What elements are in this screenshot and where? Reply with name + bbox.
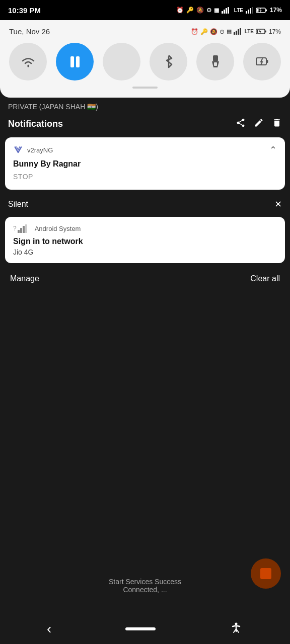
mute-icon: 🔕 [196,7,204,14]
svg-rect-3 [228,7,229,14]
bg-app-text: PRIVATE (JAPAN SHAH 🇮🇳) [0,98,290,113]
quick-settings-panel: Tue, Nov 26 ⏰ 🔑 🔕 ⊙ ▦ LTE 17% [0,20,290,98]
notifications-title: Notifications [8,119,63,129]
bg-line1: Start Services Success [10,578,280,586]
hotspot-icon: ⊙ [206,7,211,14]
svg-rect-2 [226,8,227,14]
qs-key-icon: 🔑 [200,28,208,35]
bluetooth-toggle[interactable] [150,43,187,80]
bluetooth-icon [164,54,174,69]
svg-rect-25 [18,230,20,233]
lte-signal-icon [246,7,254,14]
notifications-action-icons [236,118,282,130]
v2rayng-notif-title: Bunny By Ragnar [13,159,277,169]
navigation-bar: ‹ [0,614,290,644]
accessibility-icon [229,621,243,635]
svg-rect-9 [265,9,267,11]
silent-section-header: Silent ✕ [0,193,290,214]
wifi-toggle[interactable] [9,43,47,80]
edit-icon[interactable] [254,118,264,130]
android-system-icon: ? [13,224,29,233]
key-icon: 🔑 [186,7,194,14]
notifications-area: PRIVATE (JAPAN SHAH 🇮🇳) Notifications [0,98,290,291]
qs-network2-icon: ▦ [227,28,232,35]
bg-app-bottom-content: Start Services Success Connected, ... [0,578,290,594]
battery-saver-toggle[interactable] [243,43,281,80]
android-system-app-name: Android System [35,225,81,232]
notifications-header: Notifications [0,113,290,134]
svg-rect-26 [20,228,22,233]
home-indicator[interactable] [125,627,156,630]
lte-icon: LTE [234,8,243,13]
bg-app-label: PRIVATE (JAPAN SHAH 🇮🇳) [8,103,98,111]
v2rayng-stop-button[interactable]: STOP [13,171,33,183]
v2rayng-app-icon [13,145,23,155]
clear-all-button[interactable]: Clear all [250,274,280,283]
share-icon[interactable] [236,118,246,130]
moon-icon [115,55,128,69]
svg-rect-19 [76,56,80,67]
stop-fab-icon [260,568,271,579]
svg-rect-11 [234,32,235,35]
back-button[interactable]: ‹ [47,621,51,637]
qs-lte-text: LTE [245,29,254,34]
qs-hotspot-icon: ⊙ [220,28,225,35]
qs-alarm-icon: ⏰ [191,28,198,35]
qs-drag-handle[interactable] [132,87,158,89]
qs-status-icons-row: ⏰ 🔑 🔕 ⊙ ▦ LTE 17% [191,28,281,35]
android-system-notification[interactable]: ? Android System Sign in to network Jio … [5,217,285,263]
svg-point-29 [235,622,237,625]
status-time: 10:39 PM [8,6,41,15]
qs-mute-icon: 🔕 [210,28,218,35]
stop-fab-button[interactable] [251,558,281,589]
flashlight-toggle[interactable] [196,43,234,80]
android-system-notif-title: Sign in to network [13,237,277,246]
v2rayng-app-row: v2rayNG [13,145,53,155]
pause-icon [68,54,82,69]
svg-rect-1 [224,10,225,14]
svg-rect-5 [248,10,249,14]
svg-rect-27 [23,226,25,233]
android-system-app-row: ? Android System [13,224,277,233]
qs-battery-icon [256,28,267,35]
v2rayng-card-header: v2rayNG ⌃ [13,144,277,155]
accessibility-button[interactable] [229,621,243,637]
svg-rect-13 [238,29,239,35]
svg-rect-14 [240,28,241,35]
qs-battery-percent: 17% [269,28,281,35]
signal-bars-icon [222,7,232,14]
svg-rect-12 [236,31,237,35]
svg-rect-4 [246,11,247,14]
svg-rect-18 [70,56,74,67]
svg-rect-6 [250,8,251,14]
pause-toggle[interactable] [56,43,94,80]
svg-rect-0 [222,11,223,14]
svg-rect-17 [256,30,258,33]
svg-rect-10 [257,9,258,12]
battery-saver-icon [256,55,269,68]
v2rayng-notification[interactable]: v2rayNG ⌃ Bunny By Ragnar STOP [5,137,285,190]
flashlight-icon [209,54,222,69]
silent-close-button[interactable]: ✕ [274,199,282,210]
svg-rect-7 [252,7,253,14]
battery-icon [256,7,267,14]
svg-rect-28 [25,224,27,233]
v2rayng-expand-icon[interactable]: ⌃ [269,144,277,155]
v2rayng-app-name: v2rayNG [27,146,53,154]
svg-rect-16 [265,31,266,33]
dnd-toggle[interactable] [103,43,140,80]
qs-signal-icon [234,28,243,35]
silent-label: Silent [8,200,28,209]
delete-icon[interactable] [272,118,282,130]
qs-top-row: Tue, Nov 26 ⏰ 🔑 🔕 ⊙ ▦ LTE 17% [9,27,281,36]
battery-percent: 17% [270,7,282,14]
status-icons: ⏰ 🔑 🔕 ⊙ ▦ LTE 17% [176,7,282,14]
bg-line2: Connected, ... [10,586,280,594]
manage-button[interactable]: Manage [10,274,39,283]
status-bar: 10:39 PM ⏰ 🔑 🔕 ⊙ ▦ LTE 17% [0,0,290,20]
signal-bars-icon [18,224,29,233]
svg-rect-24 [266,60,268,63]
qs-toggles-row [9,43,281,80]
svg-rect-20 [213,55,218,61]
wifi-icon [20,55,36,68]
